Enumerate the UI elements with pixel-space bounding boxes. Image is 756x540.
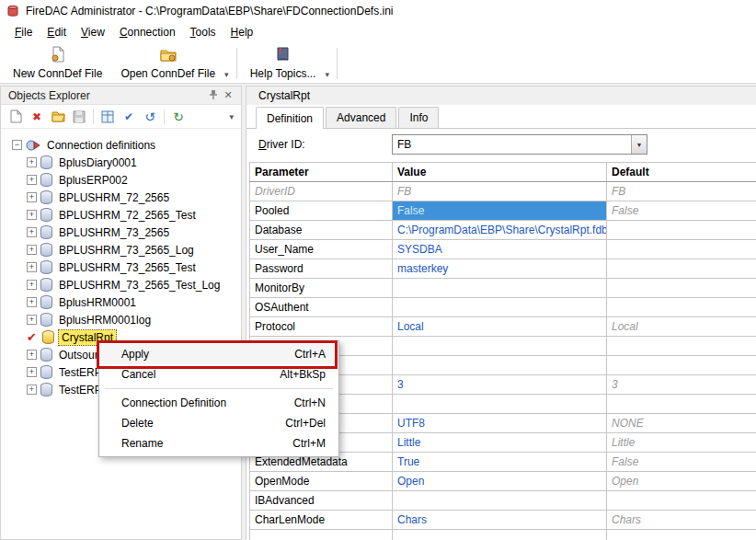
toolbar-overflow-chevron[interactable]: ▾	[325, 70, 333, 83]
expand-icon[interactable]: +	[27, 315, 37, 325]
expand-icon[interactable]: +	[27, 297, 37, 307]
selected-cell[interactable]: False	[393, 201, 607, 221]
tree-root-connection-definitions[interactable]: − Connection definitions	[1, 136, 241, 154]
database-icon	[40, 313, 52, 327]
check-icon: ✔	[27, 330, 39, 344]
new-conndef-file-button[interactable]: New ConnDef File	[4, 44, 111, 82]
tree-item[interactable]: + BPLUSHRM_73_2565_Log	[1, 241, 241, 259]
open-conndef-file-button[interactable]: Open ConnDef File	[111, 44, 224, 82]
context-menu-delete[interactable]: Delete Ctrl+Del	[99, 413, 338, 433]
context-menu-cancel[interactable]: Cancel Alt+BkSp	[99, 364, 338, 385]
explorer-toolbar: ✖ ✔ ↺ ↻ ▾	[1, 105, 241, 129]
close-icon[interactable]: ✕	[221, 89, 235, 101]
help-topics-button[interactable]: Help Topics...	[241, 44, 326, 82]
grid-row-charlenmode: CharLenMode Chars Chars	[250, 511, 756, 530]
database-icon	[40, 260, 52, 274]
database-icon	[40, 383, 52, 396]
expand-icon[interactable]: +	[27, 192, 37, 202]
expand-icon[interactable]: +	[27, 385, 37, 395]
toolbar-separator	[337, 48, 338, 79]
tree-item[interactable]: + BplusHRM0001log	[1, 311, 241, 328]
grid-row-openmode: OpenMode Open Open	[250, 472, 756, 491]
expand-icon[interactable]: +	[27, 262, 37, 272]
tree-item[interactable]: + BPLUSHRM_73_2565_Test	[1, 259, 241, 276]
database-icon	[40, 243, 52, 257]
expand-icon[interactable]: +	[27, 350, 37, 360]
menu-bar: File Edit View Connection Tools Help	[0, 21, 756, 43]
database-icon	[40, 208, 52, 222]
expand-icon[interactable]: +	[27, 367, 37, 377]
shortcut-label: Alt+BkSp	[280, 368, 326, 381]
tree-item[interactable]: + BPLUSHRM_72_2565	[1, 189, 241, 206]
explorer-toolbar-separator	[164, 109, 165, 124]
context-menu-separator	[105, 388, 333, 389]
connection-editor-panel: CrystalRpt Definition Advanced Info Driv…	[246, 86, 756, 540]
new-conndef-file-label: New ConnDef File	[13, 67, 102, 80]
expand-icon[interactable]: +	[27, 280, 37, 290]
database-icon	[40, 348, 52, 362]
context-menu-apply[interactable]: Apply Ctrl+A	[99, 344, 338, 364]
menu-help[interactable]: Help	[223, 23, 261, 41]
grid-row-osauthent: OSAuthent	[250, 298, 756, 317]
tree-item[interactable]: + BPLUSHRM_73_2565_Test_Log	[1, 276, 241, 293]
shortcut-label: Ctrl+Del	[285, 417, 326, 430]
grid-header-row: Parameter Value Default	[250, 163, 756, 182]
grid-row-username: User_Name SYSDBA	[250, 240, 756, 259]
objects-explorer-panel: Objects Explorer ✕ ✖ ✔ ↺ ↻ ▾ −	[0, 86, 242, 540]
undo-icon[interactable]: ↺	[143, 109, 157, 124]
pin-icon[interactable]	[206, 89, 221, 102]
explorer-toolbar-chevron[interactable]: ▾	[229, 112, 234, 121]
database-icon	[40, 190, 52, 204]
expand-icon[interactable]: +	[27, 227, 37, 237]
tree-root-label: Connection definitions	[44, 138, 158, 153]
context-menu-connection-definition[interactable]: Connection Definition Ctrl+N	[99, 393, 338, 413]
refresh-icon[interactable]: ↻	[171, 109, 186, 124]
tab-info[interactable]: Info	[398, 107, 439, 128]
expand-icon[interactable]: +	[27, 245, 37, 255]
open-conndef-file-icon	[160, 46, 177, 65]
toolbar-group-chevron[interactable]: ▾	[224, 70, 233, 83]
grid-row-monitorby: MonitorBy	[250, 279, 756, 298]
dropdown-arrow-icon[interactable]: ▼	[631, 135, 647, 154]
menu-file[interactable]: File	[7, 23, 40, 41]
grid-row-pooled: Pooled False False	[250, 201, 756, 221]
check-definitions-icon[interactable]: ✔	[121, 109, 136, 124]
menu-view[interactable]: View	[74, 23, 112, 41]
expand-icon[interactable]: +	[27, 175, 37, 185]
menu-connection[interactable]: Connection	[112, 23, 183, 41]
tree-item[interactable]: + BplusERP002	[1, 171, 241, 189]
driver-id-value: FB	[393, 138, 631, 151]
window-title: FireDAC Administrator - C:\ProgramData\E…	[26, 5, 393, 17]
tab-advanced[interactable]: Advanced	[326, 107, 396, 128]
tree-item[interactable]: + BplusDiary0001	[1, 154, 241, 171]
open-conndef-file-label: Open ConnDef File	[120, 67, 215, 80]
tree-item[interactable]: + BPLUSHRM_72_2565_Test	[1, 206, 241, 224]
help-topics-icon	[275, 46, 292, 65]
save-icon[interactable]	[72, 109, 86, 124]
app-icon	[6, 4, 20, 18]
collapse-icon[interactable]: −	[12, 140, 22, 150]
help-topics-label: Help Topics...	[250, 67, 316, 80]
database-icon	[40, 155, 52, 169]
context-menu-rename[interactable]: Rename Ctrl+M	[99, 433, 338, 454]
title-bar: FireDAC Administrator - C:\ProgramData\E…	[0, 0, 756, 21]
driver-id-label: Driver ID:	[258, 138, 305, 151]
new-item-icon[interactable]	[8, 109, 23, 124]
expand-icon[interactable]: +	[27, 157, 37, 167]
tree-item[interactable]: + BPLUSHRM_73_2565	[1, 224, 241, 241]
grid-row-ibadvanced: IBAdvanced	[250, 491, 756, 511]
tree-item[interactable]: + BplusHRM0001	[1, 293, 241, 311]
driver-id-combobox[interactable]: FB ▼	[392, 134, 647, 155]
tab-definition[interactable]: Definition	[256, 107, 324, 129]
objects-explorer-title: Objects Explorer	[8, 89, 206, 102]
menu-tools[interactable]: Tools	[183, 23, 223, 41]
delete-icon[interactable]: ✖	[29, 109, 44, 124]
database-icon	[40, 225, 52, 239]
toolbar-separator	[236, 48, 237, 79]
explorer-toolbar-separator	[93, 109, 94, 124]
menu-edit[interactable]: Edit	[40, 23, 74, 41]
connection-definitions-icon	[26, 139, 40, 152]
expand-icon[interactable]: +	[27, 210, 37, 220]
view-grid-icon[interactable]	[100, 109, 115, 124]
open-folder-icon[interactable]	[51, 109, 65, 124]
